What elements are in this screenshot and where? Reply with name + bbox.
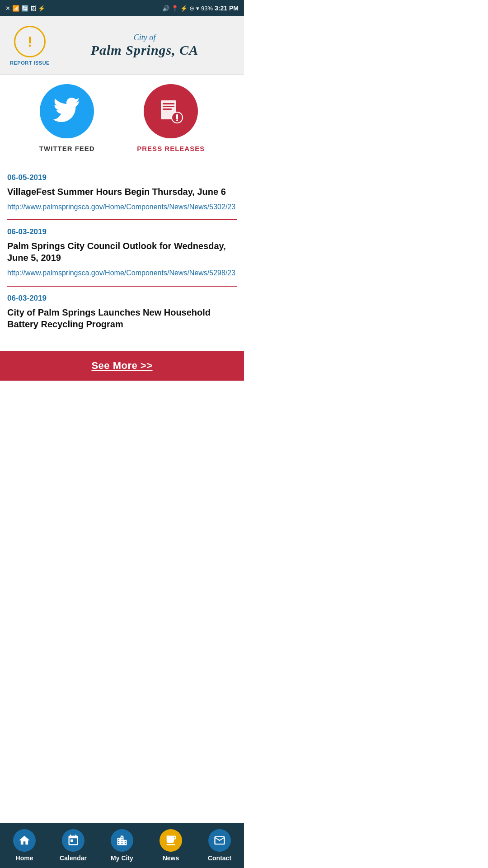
header: ! REPORT ISSUE City of Palm Springs, CA	[0, 16, 244, 75]
svg-rect-2	[163, 106, 174, 107]
news-item: 06-03-2019 City of Palm Springs Launches…	[7, 287, 237, 342]
news-date: 06-03-2019	[7, 227, 237, 236]
news-link[interactable]: http://www.palmspringsca.gov/Home/Compon…	[7, 202, 237, 212]
sync-icon: 🔄	[21, 5, 28, 12]
usb-icon: ⚡	[38, 5, 45, 12]
status-time: 3:21 PM	[215, 5, 239, 12]
wifi-icon: ▾	[196, 5, 199, 12]
news-title: City of Palm Springs Launches New Househ…	[7, 307, 237, 330]
news-link[interactable]: http://www.palmspringsca.gov/Home/Compon…	[7, 268, 237, 278]
svg-rect-3	[163, 108, 172, 110]
news-title: Palm Springs City Council Outlook for We…	[7, 240, 237, 264]
network-icon: 📶	[12, 5, 19, 12]
twitter-label: TWITTER FEED	[39, 145, 95, 152]
image-icon: 🖼	[30, 5, 36, 12]
logo-line2: Palm Springs, CA	[52, 42, 237, 58]
bluetooth-icon: ⚡	[180, 5, 188, 12]
press-releases-icon	[157, 98, 184, 125]
news-item: 06-03-2019 Palm Springs City Council Out…	[7, 220, 237, 286]
twitter-icon	[53, 98, 80, 125]
press-releases-button[interactable]: PRESS RELEASES	[137, 84, 205, 152]
app-logo: City of Palm Springs, CA	[52, 33, 237, 58]
see-more-bar[interactable]: See More >>	[0, 351, 244, 381]
see-more-link[interactable]: See More >>	[91, 360, 152, 371]
press-releases-label: PRESS RELEASES	[137, 145, 205, 152]
report-issue-button[interactable]: ! REPORT ISSUE	[7, 26, 52, 66]
news-date: 06-03-2019	[7, 294, 237, 303]
report-issue-label: REPORT ISSUE	[10, 60, 50, 66]
svg-rect-5	[176, 114, 178, 119]
sound-icon: 🔊	[162, 5, 169, 12]
news-section: 06-05-2019 VillageFest Summer Hours Begi…	[0, 161, 244, 346]
exclamation-icon: !	[28, 34, 33, 49]
twitter-feed-button[interactable]: TWITTER FEED	[39, 84, 95, 152]
news-title: VillageFest Summer Hours Begin Thursday,…	[7, 186, 237, 198]
news-date: 06-05-2019	[7, 173, 237, 182]
status-bar: ✕ 📶 🔄 🖼 ⚡ 🔊 📍 ⚡ ⊖ ▾ 93% 3:21 PM	[0, 0, 244, 16]
news-item: 06-05-2019 VillageFest Summer Hours Begi…	[7, 166, 237, 220]
status-right: 🔊 📍 ⚡ ⊖ ▾ 93% 3:21 PM	[162, 5, 239, 12]
location-icon: 📍	[171, 5, 178, 12]
status-left: ✕ 📶 🔄 🖼 ⚡	[5, 5, 45, 12]
svg-rect-1	[163, 103, 174, 104]
dnd-icon: ⊖	[189, 5, 194, 12]
press-circle	[144, 84, 198, 138]
battery-icon: 93%	[201, 5, 213, 12]
report-issue-circle: !	[14, 26, 46, 57]
svg-point-6	[176, 119, 178, 121]
signal-icon: ✕	[5, 5, 10, 12]
social-buttons-row: TWITTER FEED PRESS RELEASES	[0, 75, 244, 161]
logo-line1: City of	[52, 33, 237, 42]
twitter-circle	[40, 84, 94, 138]
